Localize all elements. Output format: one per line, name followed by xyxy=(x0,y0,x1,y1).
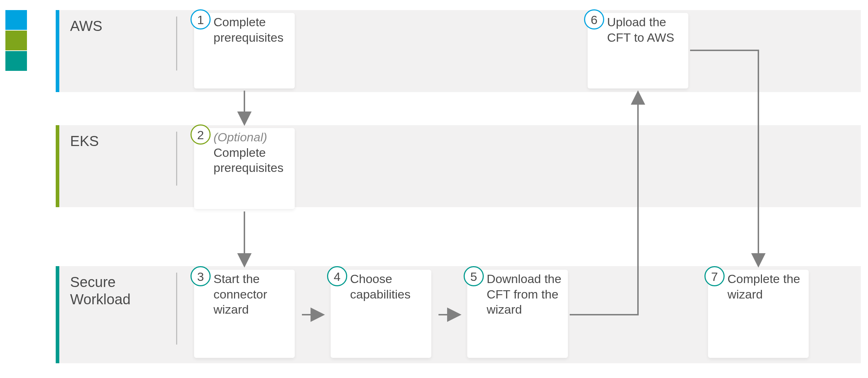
step-4-num: 4 xyxy=(327,266,347,286)
legend-swatch-1 xyxy=(5,10,27,30)
lane-eks-accent xyxy=(56,125,59,207)
step-2-text-body: Complete prerequisites xyxy=(213,146,284,175)
step-1-text: Complete prerequisites xyxy=(213,14,290,45)
step-2: 2 (Optional) Complete prerequisites xyxy=(194,128,295,209)
lane-aws-accent xyxy=(56,10,59,92)
step-6: 6 Upload the CFT to AWS xyxy=(588,13,688,88)
step-7-text: Complete the wizard xyxy=(727,271,804,302)
lane-eks-sep xyxy=(176,132,177,186)
diagram-canvas: AWS EKS Secure Workload 1 Complete prere… xyxy=(0,0,868,378)
step-1: 1 Complete prerequisites xyxy=(194,13,295,88)
legend-swatch-2 xyxy=(5,31,27,50)
step-4: 4 Choose capabilities xyxy=(331,270,431,358)
step-1-num: 1 xyxy=(190,9,211,29)
step-5-num: 5 xyxy=(464,266,484,286)
step-5-text: Download the CFT from the wizard xyxy=(487,271,563,317)
step-7: 7 Complete the wizard xyxy=(708,270,809,358)
step-3-num: 3 xyxy=(190,266,211,286)
step-5: 5 Download the CFT from the wizard xyxy=(467,270,568,358)
step-6-text: Upload the CFT to AWS xyxy=(607,14,683,45)
lane-sw-accent xyxy=(56,266,59,363)
step-2-num: 2 xyxy=(190,124,211,145)
lane-sw-sep xyxy=(176,273,177,345)
step-6-num: 6 xyxy=(584,9,604,29)
lane-eks-label: EKS xyxy=(70,132,99,150)
step-3: 3 Start the connector wizard xyxy=(194,270,295,358)
step-3-text: Start the connector wizard xyxy=(213,271,290,317)
lane-aws-label: AWS xyxy=(70,17,102,35)
lane-sw-label: Secure Workload xyxy=(70,273,130,308)
step-2-text: (Optional) Complete prerequisites xyxy=(213,129,290,176)
step-7-num: 7 xyxy=(704,266,725,286)
step-4-text: Choose capabilities xyxy=(350,271,426,302)
step-2-optional: (Optional) xyxy=(213,130,267,144)
legend-swatch-3 xyxy=(5,51,27,71)
lane-aws-sep xyxy=(176,17,177,70)
